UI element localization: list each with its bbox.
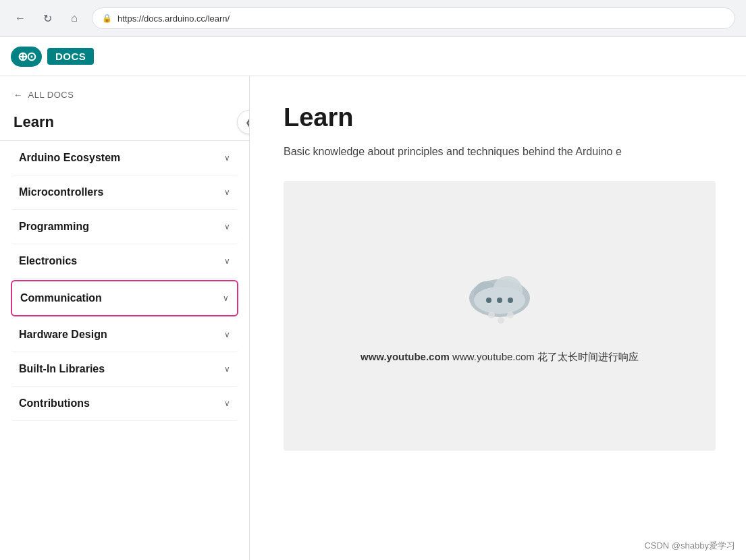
chevron-down-icon: ∨: [224, 222, 230, 231]
nav-item-label: Communication: [20, 292, 102, 304]
chevron-down-icon: ∨: [224, 399, 230, 408]
nav-item-built-in-libraries[interactable]: Built-In Libraries ∨: [11, 352, 238, 387]
svg-point-7: [488, 312, 495, 318]
main-layout: ← ALL DOCS Learn ❮ Arduino Ecosystem ∨ M…: [0, 76, 746, 560]
sidebar-top: ← ALL DOCS Learn: [0, 76, 249, 141]
svg-point-5: [497, 298, 502, 303]
watermark: CSDN @shabby爱学习: [644, 540, 735, 552]
reload-button[interactable]: ↻: [38, 9, 57, 28]
docs-badge: DOCS: [47, 48, 94, 65]
nav-item-label: Contributions: [19, 397, 90, 410]
all-docs-label: ALL DOCS: [28, 90, 74, 100]
sidebar: ← ALL DOCS Learn ❮ Arduino Ecosystem ∨ M…: [0, 76, 250, 560]
nav-item-contributions[interactable]: Contributions ∨: [11, 387, 238, 421]
error-cloud-icon: [459, 268, 540, 337]
svg-point-8: [498, 317, 504, 324]
page-subtitle: Basic knowledge about principles and tec…: [284, 143, 702, 161]
nav-item-label: Programming: [19, 221, 89, 233]
svg-point-4: [486, 298, 491, 303]
nav-item-hardware-design[interactable]: Hardware Design ∨: [11, 318, 238, 352]
logo-symbol: ⊕⊙: [11, 47, 42, 67]
chevron-down-icon: ∨: [224, 188, 230, 197]
arduino-logo[interactable]: ⊕⊙ DOCS: [11, 47, 94, 67]
svg-point-6: [508, 298, 513, 303]
chevron-down-icon: ∨: [224, 330, 230, 339]
url-text: https://docs.arduino.cc/learn/: [117, 13, 230, 24]
nav-item-electronics[interactable]: Electronics ∨: [11, 244, 238, 279]
chevron-left-icon: ❮: [245, 117, 250, 128]
nav-item-label: Arduino Ecosystem: [19, 152, 120, 164]
lock-icon: 🔒: [102, 13, 112, 23]
chevron-down-icon: ∨: [224, 153, 230, 163]
chevron-down-icon: ∨: [224, 256, 230, 266]
browser-chrome: ← ↻ ⌂ 🔒 https://docs.arduino.cc/learn/: [0, 0, 746, 37]
youtube-embed-container: www.youtube.com www.youtube.com 花了太长时间进行…: [284, 181, 716, 451]
embed-error-message: www.youtube.com www.youtube.com 花了太长时间进行…: [361, 351, 639, 364]
chevron-down-icon: ∨: [224, 364, 230, 374]
back-button[interactable]: ←: [11, 9, 30, 28]
nav-item-label: Electronics: [19, 255, 77, 267]
nav-item-communication[interactable]: Communication ∨: [11, 280, 238, 316]
nav-section: Arduino Ecosystem ∨ Microcontrollers ∨ P…: [0, 141, 249, 421]
chevron-down-icon: ∨: [223, 293, 229, 303]
nav-item-microcontrollers[interactable]: Microcontrollers ∨: [11, 175, 238, 210]
nav-item-label: Hardware Design: [19, 329, 107, 341]
home-button[interactable]: ⌂: [65, 9, 84, 28]
all-docs-back-arrow: ←: [14, 90, 23, 100]
page-title: Learn: [284, 103, 712, 132]
address-bar[interactable]: 🔒 https://docs.arduino.cc/learn/: [92, 7, 735, 29]
sidebar-section-title: Learn: [14, 108, 236, 134]
svg-point-9: [507, 312, 514, 318]
app-header: ⊕⊙ DOCS: [0, 37, 746, 76]
nav-item-programming[interactable]: Programming ∨: [11, 210, 238, 244]
content-area: Learn Basic knowledge about principles a…: [250, 76, 746, 560]
nav-item-label: Built-In Libraries: [19, 363, 105, 375]
nav-item-arduino-ecosystem[interactable]: Arduino Ecosystem ∨: [11, 141, 238, 175]
all-docs-link[interactable]: ← ALL DOCS: [14, 90, 236, 100]
nav-item-label: Microcontrollers: [19, 186, 103, 198]
